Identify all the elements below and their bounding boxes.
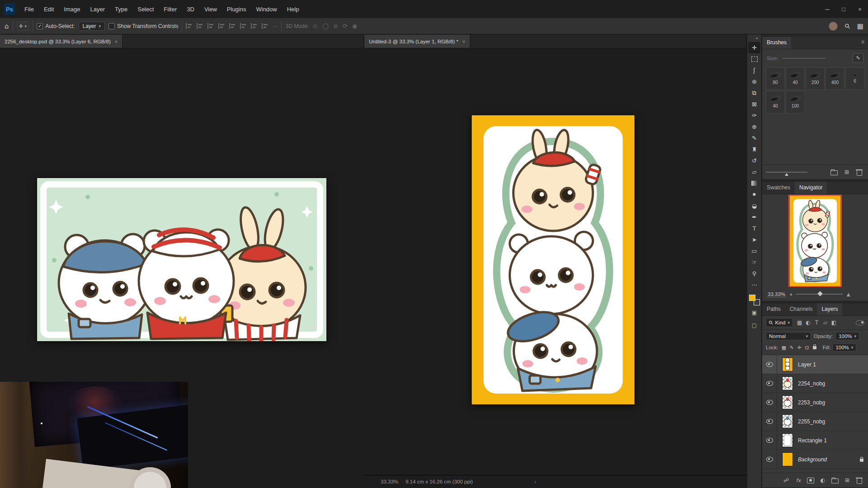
layer-row-2253-nobg[interactable]: 2253_nobg <box>762 393 868 412</box>
layer-filter-toggle[interactable] <box>856 320 864 325</box>
navigator-zoom-field[interactable]: 33.33% <box>767 291 786 297</box>
tool-hand[interactable]: ☞ <box>748 257 760 268</box>
layer-row-2255-nobg[interactable]: 2255_nobg <box>762 412 868 431</box>
brush-preset-400[interactable]: 400 <box>826 67 844 90</box>
menu-edit[interactable]: Edit <box>39 4 58 14</box>
filter-icon-t[interactable]: T <box>812 319 821 326</box>
tool-type[interactable]: T <box>748 223 760 234</box>
status-chevron-icon[interactable]: › <box>534 479 536 484</box>
left-document-canvas[interactable] <box>0 48 363 488</box>
tool-edit-toolbar[interactable]: ⋯ <box>748 279 760 291</box>
layer-row-rectangle-1[interactable]: Rectangle 1 <box>762 431 868 450</box>
brush-preset-40[interactable]: 40 <box>786 67 805 90</box>
foreground-color-swatch[interactable] <box>749 295 755 301</box>
tool-rectangular-marquee[interactable] <box>748 53 760 65</box>
tool-spot-healing-brush[interactable]: ⊕ <box>748 121 760 132</box>
layer-visibility-toggle[interactable] <box>762 431 777 450</box>
right-document-canvas[interactable] <box>364 48 746 475</box>
layer-filter-kind-dropdown[interactable]: ⚲ Kind ▾ <box>766 318 793 327</box>
button-new-adjustment-layer[interactable]: ◐ <box>818 476 828 485</box>
filter-icon-[interactable]: ▱ <box>821 319 830 326</box>
button-new-brush-group[interactable] <box>829 168 839 177</box>
panel-menu-icon[interactable]: ≡ <box>858 37 868 49</box>
brush-preset-80[interactable]: 80 <box>766 67 785 90</box>
tab-paths[interactable]: Paths <box>762 303 785 315</box>
brush-preset-100[interactable]: 100 <box>786 91 805 113</box>
navigator-preview[interactable] <box>788 195 842 287</box>
tool-dodge[interactable]: ◒ <box>748 200 760 211</box>
tab-swatches[interactable]: Swatches <box>762 182 795 194</box>
brush-size-slider[interactable] <box>782 58 826 59</box>
filter-icon-[interactable]: ▦ <box>795 319 804 326</box>
menu-plugins[interactable]: Plugins <box>222 4 251 14</box>
tool-clone-stamp[interactable]: ♜ <box>748 144 760 155</box>
screen-mode-button[interactable]: ▢ <box>748 320 760 331</box>
brush-preset-6[interactable]: 6 <box>845 67 864 90</box>
lock-icon-[interactable]: ✛ <box>796 345 803 351</box>
auto-select-target-dropdown[interactable]: Layer ▾ <box>79 22 105 31</box>
tool-lasso[interactable]: ʃ <box>748 65 760 76</box>
tool-brush[interactable]: ✎ <box>748 132 760 144</box>
tool-move[interactable]: ✛ <box>748 42 760 53</box>
home-icon[interactable]: ⌂ <box>5 22 9 30</box>
tool-frame[interactable]: ⊠ <box>748 99 760 110</box>
layer-visibility-toggle[interactable] <box>762 412 777 431</box>
collapse-toolbar-icon[interactable]: « <box>752 35 761 42</box>
zoom-out-icon[interactable]: ▲ <box>790 292 792 296</box>
layer-thumbnail[interactable] <box>782 452 793 466</box>
tool-preset-picker[interactable]: ✛ ▾ <box>17 22 29 31</box>
lock-icon-[interactable]: ✎ <box>788 345 796 351</box>
layer-thumbnail[interactable] <box>782 357 793 371</box>
tool-rectangle[interactable]: ▭ <box>748 245 760 257</box>
quick-mask-button[interactable]: ▣ <box>748 307 760 318</box>
menu-image[interactable]: Image <box>59 4 85 14</box>
layer-row-layer-1[interactable]: Layer 1 <box>762 355 868 374</box>
brush-preset-40[interactable]: 40 <box>766 91 785 113</box>
status-zoom-field[interactable]: 33.33% <box>381 479 398 484</box>
tool-path-selection[interactable]: ➤ <box>748 234 760 245</box>
menu-file[interactable]: File <box>20 4 38 14</box>
brush-preview-slider[interactable] <box>766 172 807 173</box>
layer-visibility-toggle[interactable] <box>762 355 777 374</box>
status-doc-info[interactable]: 9.14 cm x 16.26 cm (300 ppi) <box>406 479 473 484</box>
layer-thumbnail[interactable] <box>782 433 793 447</box>
layer-visibility-toggle[interactable] <box>762 450 777 469</box>
button-add-layer-mask[interactable] <box>806 476 816 485</box>
layer-thumbnail[interactable] <box>782 414 793 428</box>
navigator-zoom-slider[interactable] <box>796 294 843 295</box>
layer-row-2254-nobg[interactable]: 2254_nobg <box>762 374 868 393</box>
tab-layers[interactable]: Layers <box>817 303 842 315</box>
tool-zoom[interactable]: ⚲ <box>748 268 760 279</box>
button-new-brush[interactable]: ⊞ <box>842 168 852 177</box>
close-icon[interactable]: × <box>462 39 465 44</box>
tool-object-selection[interactable]: ⊛ <box>748 76 760 87</box>
tool-gradient[interactable] <box>748 178 760 189</box>
layer-visibility-toggle[interactable] <box>762 393 777 412</box>
maximize-button[interactable]: □ <box>835 0 852 18</box>
filter-icon-[interactable]: ◐ <box>804 319 812 326</box>
opacity-dropdown[interactable]: 100% ▾ <box>835 332 859 340</box>
slider-handle[interactable] <box>785 173 788 176</box>
menu-filter[interactable]: Filter <box>159 4 181 14</box>
filter-icon-[interactable]: ◧ <box>830 319 838 326</box>
tool-history-brush[interactable]: ↺ <box>748 155 760 166</box>
button-layer-styles[interactable]: fx <box>793 476 803 485</box>
fill-dropdown[interactable]: 100% ▾ <box>832 343 856 352</box>
tool-blur[interactable]: ⚫ <box>748 189 760 200</box>
zoom-in-icon[interactable]: ▲ <box>846 291 850 297</box>
share-avatar-icon[interactable] <box>829 22 838 31</box>
slider-handle[interactable] <box>818 291 823 296</box>
workspace-switcher-icon[interactable]: ▦ <box>857 22 863 30</box>
document-tab-untitled-3[interactable]: Untitled-3 @ 33.3% (Layer 1, RGB/8) * × <box>364 35 470 48</box>
button-new-layer[interactable]: ⊞ <box>842 476 852 485</box>
blend-mode-dropdown[interactable]: Normal ▾ <box>766 332 811 340</box>
tab-brushes[interactable]: Brushes <box>762 37 791 49</box>
menu-select[interactable]: Select <box>133 4 158 14</box>
close-icon[interactable]: × <box>115 39 118 44</box>
menu-help[interactable]: Help <box>283 4 304 14</box>
button-link-layers[interactable]: ☍ <box>781 476 791 485</box>
lock-icon-[interactable]: ⊡ <box>803 345 811 351</box>
show-transform-checkbox[interactable]: Show Transform Controls <box>108 23 178 29</box>
search-icon[interactable]: ⚲ <box>843 21 852 31</box>
layer-thumbnail[interactable] <box>782 395 793 409</box>
